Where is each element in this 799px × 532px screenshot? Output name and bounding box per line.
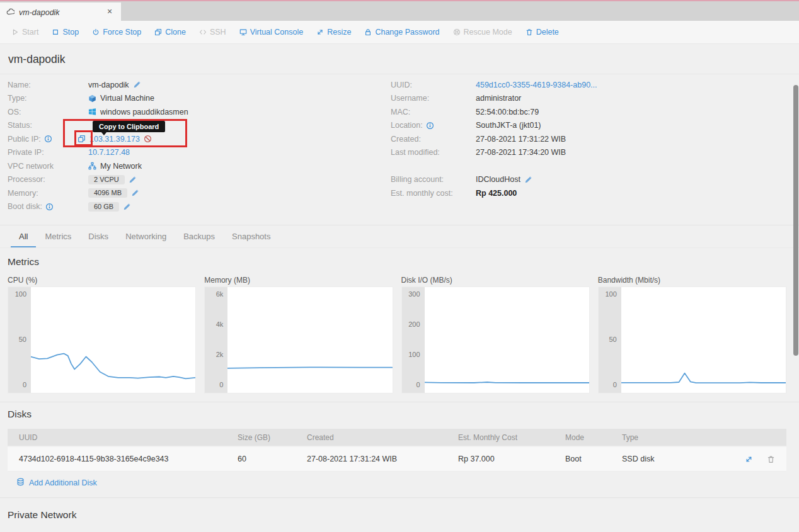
cloud-icon — [6, 8, 14, 16]
windows-wrap — [88, 108, 96, 116]
chart-cpu: CPU (%)100500 — [8, 276, 196, 393]
detail-value-chip: 2 VCPU — [88, 175, 125, 184]
disks-table-header: UUIDSize (GB)CreatedEst. Monthly CostMod… — [8, 429, 786, 446]
add-additional-disk-button[interactable]: Add Additional Disk — [16, 478, 97, 488]
chart-title: Memory (MB) — [204, 276, 393, 286]
power-icon — [92, 28, 100, 36]
detail-value-cell: 27-08-2021 17:34:20 WIB — [476, 148, 566, 157]
toolbar-button-label: Start — [22, 28, 38, 37]
detail-value-bold: Rp 425.000 — [476, 189, 517, 198]
chart-line-svg — [425, 287, 589, 393]
detail-value-cell: administrator — [476, 94, 521, 103]
y-axis-tick-label: 50 — [19, 336, 26, 343]
pencil-icon — [129, 176, 137, 184]
toolbar-button-force-stop[interactable]: Force Stop — [92, 28, 141, 37]
resize-disk-button[interactable] — [745, 455, 753, 463]
edit-button[interactable] — [131, 189, 139, 197]
network-icon — [88, 162, 96, 170]
detail-row: Billing account:IDCloudHost — [391, 173, 775, 187]
detail-label-text: Location: — [391, 121, 423, 130]
scrollbar-thumb[interactable] — [793, 85, 798, 356]
toolbar-button-virtual-console[interactable]: Virtual Console — [239, 28, 304, 37]
detail-value-cell: Virtual Machine — [88, 94, 154, 103]
detail-label: UUID: — [391, 81, 476, 89]
detail-value: Virtual Machine — [100, 94, 154, 103]
toolbar-button-stop[interactable]: Stop — [52, 28, 79, 37]
detail-row: Created:27-08-2021 17:31:22 WIB — [391, 132, 775, 146]
detail-label-text: Processor: — [8, 175, 45, 184]
resource-tab-vm-dapodik[interactable]: vm-dapodik × — [0, 3, 121, 22]
section-divider — [0, 402, 799, 402]
metrics-charts: CPU (%)100500Memory (MB)6k4k2k0Disk I/O … — [8, 276, 786, 393]
tab-metrics[interactable]: Metrics — [45, 225, 71, 247]
chart-plot-area: 100500 — [8, 286, 196, 393]
metrics-section-title: Metrics — [8, 256, 39, 268]
info-icon[interactable] — [44, 135, 52, 143]
toolbar-button-resize[interactable]: Resize — [316, 28, 351, 37]
tab-networking[interactable]: Networking — [125, 225, 166, 247]
edit-button[interactable] — [123, 203, 131, 211]
header-divider — [0, 74, 799, 74]
detail-row: Location:SouthJKT-a (jkt01) — [391, 119, 775, 133]
detail-value-cell: 2 VCPU — [88, 175, 137, 184]
copy-ip-button[interactable] — [78, 135, 86, 143]
tab-backups[interactable]: Backups — [183, 225, 215, 247]
tab-snapshots[interactable]: Snapshots — [232, 225, 270, 247]
y-axis-tick-label: 4k — [216, 320, 224, 328]
chart-title: Disk I/O (MB/s) — [401, 276, 590, 286]
detail-tab-nav: AllMetricsDisksNetworkingBackupsSnapshot… — [0, 225, 799, 248]
column-header: Created — [307, 433, 458, 442]
network-wrap — [88, 162, 96, 170]
detail-label-text: Public IP: — [8, 135, 41, 144]
edit-button[interactable] — [129, 176, 137, 184]
block-icon — [144, 135, 152, 143]
detail-value-cell: vm-dapodik — [88, 81, 141, 89]
tab-strip: vm-dapodik × — [0, 0, 799, 21]
vm-detail-page: { "tab": { "title": "vm-dapodik", "close… — [0, 0, 799, 532]
toolbar-button-change-password[interactable]: Change Password — [364, 28, 439, 37]
private-network-section-title: Private Network — [8, 509, 76, 521]
detail-label: VPC network — [8, 162, 88, 171]
info-icon[interactable] — [426, 122, 434, 130]
chart-line-area — [227, 287, 392, 393]
toolbar-button-ssh: SSH — [199, 28, 226, 37]
toolbar-button-label: Virtual Console — [250, 28, 304, 37]
detail-value-link[interactable]: 459d1cc0-3355-4619-9384-ab90... — [476, 81, 597, 89]
detail-row: MAC:52:54:00:bd:bc:79 — [391, 105, 775, 119]
chart-title: CPU (%) — [8, 276, 196, 286]
info-icon[interactable] — [45, 203, 54, 211]
tab-disks[interactable]: Disks — [88, 225, 108, 247]
chart-bandwidth: Bandwidth (Mbit/s)100500 — [598, 276, 786, 393]
y-axis-tick-label: 0 — [613, 381, 617, 388]
toolbar-button-delete[interactable]: Delete — [526, 28, 559, 37]
stop-icon — [52, 28, 59, 36]
detail-value-cell: 4096 MB — [88, 188, 139, 198]
y-axis-tick-label: 50 — [609, 336, 617, 343]
detail-value: 52:54:00:bd:bc:79 — [476, 108, 539, 116]
detail-value-link[interactable]: 10.7.127.48 — [88, 148, 130, 157]
detail-value-cell: Rp 425.000 — [476, 189, 517, 198]
delete-disk-button[interactable] — [767, 455, 775, 463]
edit-button[interactable] — [524, 176, 532, 184]
database-icon — [16, 478, 25, 486]
y-axis-tick-label: 2k — [216, 351, 224, 358]
close-icon[interactable]: × — [105, 7, 115, 17]
toolbar-button-label: Delete — [536, 28, 559, 37]
block-ip-button[interactable] — [144, 135, 152, 143]
detail-value-chip: 4096 MB — [88, 188, 127, 198]
detail-value-link[interactable]: 103.31.39.173 — [89, 135, 140, 144]
detail-value-cell: My Network — [88, 162, 142, 171]
detail-label: Username: — [391, 94, 476, 103]
tab-all[interactable]: All — [19, 225, 28, 247]
detail-row: Processor:2 VCPU — [8, 173, 367, 187]
detail-value-cell: 10.7.127.48 — [88, 148, 130, 157]
disks-table: UUIDSize (GB)CreatedEst. Monthly CostMod… — [8, 429, 786, 472]
cube-wrap — [88, 94, 96, 103]
copy-icon — [78, 135, 86, 143]
edit-button[interactable] — [133, 81, 141, 89]
detail-row: Username:administrator — [391, 92, 775, 106]
chart-line-area — [425, 287, 589, 393]
toolbar-button-clone[interactable]: Clone — [154, 28, 186, 37]
chart-plot-area: 6k4k2k0 — [204, 286, 393, 393]
pencil-icon — [133, 81, 141, 89]
